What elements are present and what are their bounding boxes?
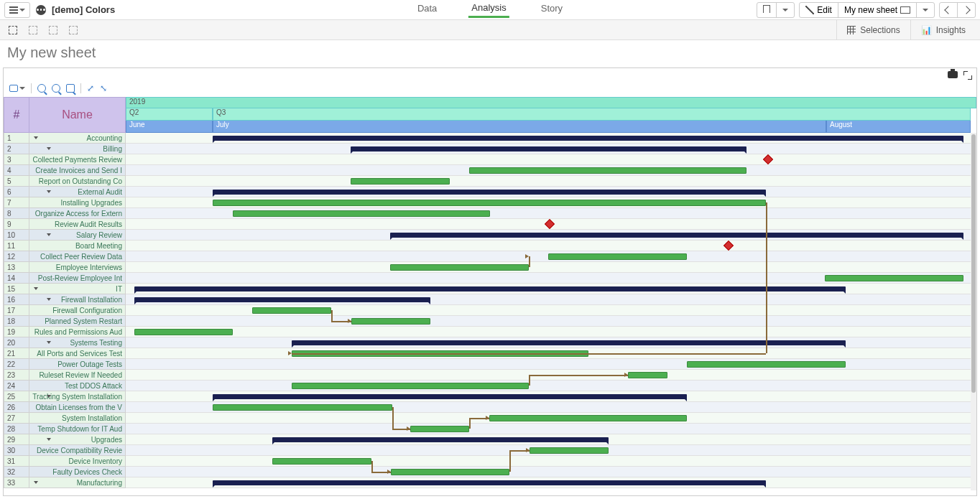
clear-selections-button[interactable] (65, 23, 82, 37)
gantt-task-bar[interactable] (548, 253, 687, 260)
gantt-task-bar[interactable] (134, 329, 233, 335)
table-row[interactable]: 15IT (4, 284, 126, 294)
gantt-task-bar[interactable] (825, 275, 963, 281)
gantt-summary-bar[interactable] (213, 480, 766, 485)
step-back-button[interactable] (24, 23, 42, 37)
expand-links-icon[interactable]: ⤢ (87, 83, 94, 93)
next-sheet-button[interactable] (958, 3, 975, 17)
selections-panel-button[interactable]: Selections (836, 20, 910, 40)
expander-icon[interactable] (47, 438, 51, 441)
expander-icon[interactable] (34, 481, 38, 484)
table-row[interactable]: 9Review Audit Results (4, 219, 126, 230)
zoom-out-icon[interactable] (52, 84, 60, 93)
table-row[interactable]: 30Device Compatibility Revie (4, 445, 126, 456)
gantt-summary-bar[interactable] (134, 286, 846, 292)
table-row[interactable]: 24Test DDOS Attack (4, 381, 126, 391)
collapse-links-icon[interactable]: ⤡ (100, 83, 107, 93)
table-row[interactable]: 4Create Invoices and Send I (4, 165, 126, 176)
step-forward-button[interactable] (45, 23, 62, 37)
gantt-task-bar[interactable] (351, 318, 430, 325)
gantt-milestone[interactable] (545, 219, 555, 229)
expander-icon[interactable] (34, 136, 38, 139)
gantt-chart[interactable]: ⤢ ⤡ # Name 1Accounting2Billing3Collected… (3, 67, 977, 496)
table-row[interactable]: 27System Installation (4, 413, 126, 424)
table-row[interactable]: 28Temp Shutdown for IT Aud (4, 424, 126, 434)
gantt-task-bar[interactable] (213, 200, 766, 206)
table-row[interactable]: 17Firewall Configuration (4, 305, 126, 316)
gantt-task-bar[interactable] (292, 383, 529, 389)
expander-icon[interactable] (47, 341, 51, 344)
gantt-summary-bar[interactable] (272, 437, 609, 442)
table-row[interactable]: 33Manufacturing (4, 477, 126, 488)
gantt-task-bar[interactable] (469, 167, 746, 174)
gantt-summary-bar[interactable] (213, 394, 687, 399)
gantt-task-bar[interactable] (489, 415, 687, 421)
table-row[interactable]: 3Collected Payments Review (4, 154, 126, 165)
table-row[interactable]: 29Upgrades (4, 434, 126, 445)
table-row[interactable]: 10Salary Review (4, 230, 126, 241)
expander-icon[interactable] (47, 298, 51, 301)
gantt-summary-bar[interactable] (292, 340, 846, 345)
table-row[interactable]: 22Power Outage Tests (4, 359, 126, 370)
tab-data[interactable]: Data (415, 3, 440, 17)
prev-sheet-button[interactable] (940, 3, 958, 17)
print-button[interactable] (9, 85, 25, 92)
table-row[interactable]: 21All Ports and Services Test (4, 348, 126, 359)
table-row[interactable]: 18Planned System Restart (4, 316, 126, 327)
sheet-dropdown[interactable] (917, 3, 934, 17)
smart-search-button[interactable] (4, 23, 22, 37)
bookmark-dropdown[interactable] (777, 3, 794, 17)
table-row[interactable]: 32Faulty Devices Check (4, 467, 126, 477)
gantt-task-bar[interactable] (252, 307, 331, 314)
gantt-summary-bar[interactable] (213, 190, 766, 195)
bookmark-button[interactable] (757, 3, 777, 17)
gantt-milestone[interactable] (763, 154, 773, 164)
table-row[interactable]: 19Rules and Permissions Aud (4, 327, 126, 337)
expander-icon[interactable] (34, 287, 38, 290)
table-row[interactable]: 12Collect Peer Review Data (4, 251, 126, 262)
table-row[interactable]: 11Board Meeting (4, 241, 126, 251)
vertical-scrollbar[interactable] (971, 133, 976, 490)
table-row[interactable]: 2Billing (4, 144, 126, 154)
table-row[interactable]: 23Ruleset Review If Needed (4, 370, 126, 381)
header-number[interactable]: # (4, 97, 29, 133)
gantt-milestone[interactable] (724, 241, 734, 251)
table-row[interactable]: 1Accounting (4, 133, 126, 144)
gantt-task-bar[interactable] (233, 210, 490, 217)
table-row[interactable]: 7Installing Upgrades (4, 197, 126, 208)
gantt-task-bar[interactable] (410, 426, 469, 432)
gantt-task-bar[interactable] (391, 469, 509, 475)
table-row[interactable]: 31Device Inventory (4, 456, 126, 467)
gantt-task-bar[interactable] (213, 404, 392, 411)
gantt-summary-bar[interactable] (351, 146, 746, 151)
gantt-task-bar[interactable] (351, 178, 450, 185)
menu-button[interactable] (4, 2, 30, 18)
tab-analysis[interactable]: Analysis (468, 2, 509, 18)
sheet-selector[interactable]: My new sheet (838, 3, 917, 17)
table-row[interactable]: 26Obtain Licenses from the V (4, 402, 126, 413)
header-name[interactable]: Name (29, 97, 126, 133)
gantt-summary-bar[interactable] (134, 297, 430, 302)
table-row[interactable]: 20Systems Testing (4, 337, 126, 348)
edit-button[interactable]: Edit (800, 3, 838, 17)
expander-icon[interactable] (47, 233, 51, 236)
table-row[interactable]: 5Report on Outstanding Co (4, 176, 126, 187)
gantt-summary-bar[interactable] (213, 136, 963, 141)
gantt-task-bar[interactable] (628, 372, 667, 378)
scroll-thumb[interactable] (971, 134, 976, 393)
gantt-task-bar[interactable] (272, 458, 371, 465)
insights-panel-button[interactable]: 📊 Insights (910, 20, 976, 40)
expander-icon[interactable] (47, 190, 51, 193)
gantt-summary-bar[interactable] (390, 233, 963, 238)
expander-icon[interactable] (47, 395, 51, 398)
expander-icon[interactable] (47, 147, 51, 150)
gantt-task-bar[interactable] (390, 264, 529, 271)
snapshot-icon[interactable] (948, 71, 958, 78)
gantt-task-bar[interactable] (687, 361, 846, 368)
table-row[interactable]: 6External Audit (4, 187, 126, 197)
gantt-task-bar[interactable] (530, 447, 609, 454)
table-row[interactable]: 16Firewall Installation (4, 294, 126, 305)
table-row[interactable]: 8Organize Access for Extern (4, 208, 126, 219)
zoom-in-icon[interactable] (37, 84, 46, 93)
table-row[interactable]: 13Employee Interviews (4, 262, 126, 273)
